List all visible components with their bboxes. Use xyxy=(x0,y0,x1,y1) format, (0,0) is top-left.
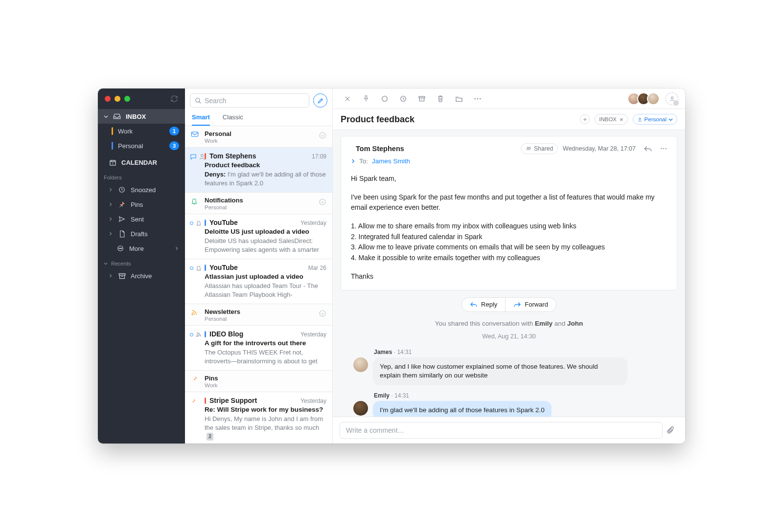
attach-button[interactable] xyxy=(663,426,678,435)
compose-button[interactable] xyxy=(313,93,327,108)
more-button[interactable] xyxy=(470,91,485,107)
label-inbox[interactable]: INBOX× xyxy=(595,114,627,125)
comment-meta: Emily · 14:31 xyxy=(374,392,552,399)
email-from: Tom Stephens xyxy=(356,145,404,153)
sidebar-sent[interactable]: Sent xyxy=(98,212,185,226)
group-notifications[interactable]: Notifications Personal xyxy=(185,193,332,214)
avatar xyxy=(353,401,368,416)
pencil-icon xyxy=(317,97,324,104)
sidebar-more[interactable]: More xyxy=(98,241,185,256)
sync-icon xyxy=(170,95,178,103)
from-text: IDEO Blog xyxy=(209,330,243,338)
message-icons xyxy=(190,332,202,337)
message-item[interactable]: YouTube Mar 26 Atlassian just uploaded a… xyxy=(185,259,332,304)
message-preview: Atlassian has uploaded Team Tour - The A… xyxy=(205,282,326,299)
to-value[interactable]: James Smith xyxy=(372,157,410,165)
tab-smart[interactable]: Smart xyxy=(192,111,210,126)
message-subject: Atlassian just uploaded a video xyxy=(205,273,326,280)
message-time: Yesterday xyxy=(300,220,326,226)
composer-placeholder: Write a comment… xyxy=(346,426,405,434)
comment-item: Emily · 14:31 I'm glad we'll be adding a… xyxy=(353,392,665,417)
collapse-icon[interactable] xyxy=(319,132,326,139)
sidebar-item-label: Archive xyxy=(131,272,179,280)
group-newsletters[interactable]: Newsletters Personal xyxy=(185,304,332,326)
sidebar-archive[interactable]: Archive xyxy=(98,268,185,283)
reading-pane: Product feedback + INBOX× Personal Tom S… xyxy=(333,89,685,443)
collapse-icon[interactable] xyxy=(319,198,326,206)
sidebar-calendar[interactable]: 1 CALENDAR xyxy=(98,155,185,170)
snooze-button[interactable] xyxy=(395,91,411,107)
more-icon xyxy=(116,244,124,252)
message-item[interactable]: Tom Stephens 17:09 Product feedback Deny… xyxy=(185,148,332,193)
unread-badge: 3 xyxy=(169,141,179,150)
search-bar: Search xyxy=(185,89,332,108)
zoom-dot[interactable] xyxy=(124,96,130,102)
forward-button[interactable]: Forward xyxy=(506,297,556,312)
svg-point-23 xyxy=(639,118,641,120)
group-personal[interactable]: Personal Work xyxy=(185,126,332,148)
close-button[interactable] xyxy=(340,91,355,107)
participants[interactable] xyxy=(630,92,660,105)
archive-button[interactable] xyxy=(414,91,430,107)
reply-icon xyxy=(470,301,478,308)
svg-point-25 xyxy=(529,147,530,149)
comment-bubble: I'm glad we'll be adding all of those fe… xyxy=(373,401,552,417)
from-text: YouTube xyxy=(209,219,238,226)
svg-point-5 xyxy=(120,248,120,248)
collapse-icon[interactable] xyxy=(319,310,326,317)
message-icons xyxy=(190,220,202,226)
message-tabs: Smart Classic xyxy=(185,108,332,126)
chevron-down-icon xyxy=(104,262,108,266)
message-item[interactable]: IDEO Blog Yesterday A gift for the intro… xyxy=(185,326,332,371)
paperclip-icon xyxy=(667,426,674,435)
svg-point-26 xyxy=(661,148,662,149)
sidebar-snoozed[interactable]: Snoozed xyxy=(98,182,185,197)
search-icon xyxy=(195,97,202,104)
sidebar-pins[interactable]: Pins xyxy=(98,197,185,212)
message-item[interactable]: Stripe Support Yesterday Re: Will Stripe… xyxy=(185,392,332,443)
minimize-dot[interactable] xyxy=(115,96,120,102)
email-body-scroll[interactable]: Tom Stephens Shared Wednesday, Mar 28, 1… xyxy=(333,130,685,417)
sidebar-drafts[interactable]: Drafts xyxy=(98,226,185,241)
move-button[interactable] xyxy=(451,91,467,107)
sidebar-inbox[interactable]: INBOX xyxy=(98,109,185,124)
read-button[interactable] xyxy=(377,91,392,107)
account-bar xyxy=(205,220,206,226)
thread-count: 2 xyxy=(207,433,213,441)
delete-button[interactable] xyxy=(433,91,448,107)
tab-classic[interactable]: Classic xyxy=(223,111,243,126)
chevron-right-icon xyxy=(175,246,179,250)
svg-point-11 xyxy=(201,155,204,157)
message-item[interactable]: YouTube Yesterday Deloitte US just uploa… xyxy=(185,214,332,259)
comment-item: James · 14:31 Yep, and I like how custom… xyxy=(353,349,665,386)
add-participant-button[interactable] xyxy=(666,92,678,105)
group-title: Notifications xyxy=(205,197,326,204)
close-dot[interactable] xyxy=(105,96,111,102)
pin-button[interactable] xyxy=(358,91,374,107)
search-input[interactable]: Search xyxy=(190,93,309,108)
person-icon xyxy=(199,154,205,160)
sidebar-item-work[interactable]: Work 1 xyxy=(98,124,185,138)
add-label-button[interactable]: + xyxy=(580,114,590,124)
avatar xyxy=(353,357,368,372)
message-scroll[interactable]: Personal Work Tom Stephens 17:09 Product… xyxy=(185,126,332,443)
color-bar xyxy=(112,142,113,150)
group-title: Newsletters xyxy=(205,308,326,315)
svg-point-24 xyxy=(527,147,529,149)
chevron-right-icon[interactable] xyxy=(351,159,355,163)
comment-input[interactable]: Write a comment… xyxy=(340,422,663,439)
reply-icon-button[interactable] xyxy=(644,145,652,152)
sidebar-item-label: More xyxy=(129,245,170,252)
label-personal[interactable]: Personal xyxy=(633,114,677,125)
sidebar-item-personal[interactable]: Personal 3 xyxy=(98,138,185,153)
email-subject: Product feedback xyxy=(341,114,575,125)
group-pins[interactable]: Pins Work xyxy=(185,371,332,392)
more-icon-button[interactable] xyxy=(660,148,667,150)
recents-header[interactable]: Recents xyxy=(98,256,185,268)
shared-badge[interactable]: Shared xyxy=(521,143,558,154)
calendar-icon: 1 xyxy=(109,158,116,166)
svg-point-12 xyxy=(320,199,325,205)
pin-icon xyxy=(191,376,198,382)
message-preview: Hi Denys, My name is John and I am from … xyxy=(205,415,326,441)
reply-button[interactable]: Reply xyxy=(461,297,506,312)
